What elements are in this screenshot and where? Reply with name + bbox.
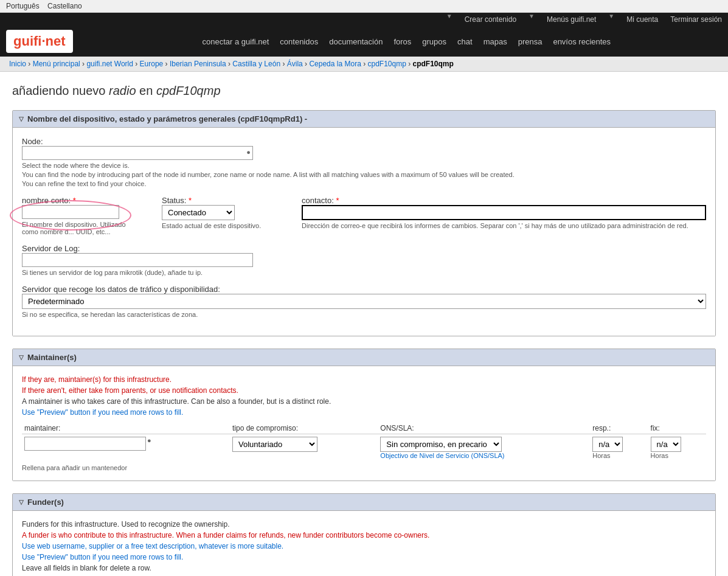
- tipo-select-cell: Voluntariado Profesional: [230, 434, 378, 462]
- contacto-input[interactable]: [302, 205, 706, 220]
- contacto-label: contacto: *: [302, 196, 339, 205]
- breadcrumb-cpdf10qmp[interactable]: cpdF10qmp: [367, 60, 406, 68]
- nombre-label: nombre corto: *: [22, 196, 76, 205]
- traffic-help: Si no se especifica, se heredan las cara…: [22, 311, 706, 318]
- col-resp-header: resp.:: [590, 423, 648, 434]
- funder-info3: Use web username, supplier or a free tex…: [22, 542, 706, 550]
- breadcrumb-current: cpdF10qmp: [413, 60, 454, 68]
- breadcrumb-menu[interactable]: Menú principal: [33, 60, 80, 68]
- maintainer-info4: Use "Preview" button if you need more ro…: [22, 408, 706, 417]
- section-maintainer-header: ▽ Maintainer(s): [13, 349, 715, 366]
- section-funder-body: Funders for this infrastructure. Used to…: [13, 511, 715, 576]
- ons-select-cell: Sin compromiso, en precario Garantizado …: [378, 434, 590, 462]
- maintainer-input[interactable]: [24, 437, 146, 451]
- resp-horas-label: Horas: [592, 452, 645, 459]
- main-nav: conectar a guifi.net contenidos document…: [91, 37, 722, 46]
- nav-foros[interactable]: foros: [393, 37, 411, 46]
- section-device-header: ▽ Nombre del dispositivo, estado y parám…: [13, 111, 715, 128]
- crear-contenido-link[interactable]: Crear contenido: [465, 15, 516, 24]
- nav-mapas[interactable]: mapas: [484, 37, 507, 46]
- header: ▼ Crear contenido ▼ Menús guifi.net ▼ Mi…: [0, 13, 728, 57]
- col-ons-header: ONS/SLA:: [378, 423, 590, 434]
- page-title: añadiendo nuevo radio en cpdF10qmp: [12, 84, 716, 98]
- fix-select-cell: n/a 1h Horas: [648, 434, 706, 462]
- contacto-help: Dirección de correo-e que recibirá los i…: [302, 222, 706, 229]
- ons-select[interactable]: Sin compromiso, en precario Garantizado: [380, 437, 502, 452]
- maintainer-info1: If they are, maintainer(s) for this infr…: [22, 375, 706, 384]
- node-label: Node:: [22, 137, 43, 146]
- node-help1: Select the node where the device is.: [22, 162, 706, 169]
- breadcrumb-iberian[interactable]: Iberian Peninsula: [170, 60, 226, 68]
- traffic-server-field: Servidor que recoge los datos de tráfico…: [22, 285, 706, 318]
- resp-select[interactable]: n/a 1h 4h: [592, 437, 623, 452]
- collapse-funder-icon[interactable]: ▽: [19, 499, 24, 505]
- nav-grupos[interactable]: grupos: [422, 37, 446, 46]
- breadcrumb-europe[interactable]: Europe: [140, 60, 164, 68]
- section-funder-header: ▽ Funder(s): [13, 494, 715, 511]
- header-admin-links: ▼ Crear contenido ▼ Menús guifi.net ▼ Mi…: [0, 13, 728, 26]
- section-device-body: Node: 129487-cpd, cpdF10qmp ● Select the…: [13, 128, 715, 336]
- funder-info5: Leave all fields in blank for delete a r…: [22, 564, 706, 572]
- contacto-required: *: [336, 196, 339, 205]
- nav-chat[interactable]: chat: [457, 37, 473, 46]
- funder-info1: Funders for this infrastructure. Used to…: [22, 520, 706, 529]
- section-device: ▽ Nombre del dispositivo, estado y parám…: [12, 110, 716, 336]
- nombre-required: *: [73, 196, 76, 205]
- nav-conectar[interactable]: conectar a guifi.net: [202, 37, 269, 46]
- mi-cuenta-link[interactable]: Mi cuenta: [626, 15, 658, 24]
- breadcrumb-cepeda[interactable]: Cepeda la Mora: [309, 60, 361, 68]
- nombre-col: nombre corto: * cpd-Fe10-qmp El nombre d…: [22, 196, 144, 235]
- language-bar: Português Castellano: [0, 0, 728, 13]
- collapse-maintainer-icon[interactable]: ▽: [19, 354, 24, 361]
- status-select[interactable]: Conectado Desconectado Planificado: [162, 205, 235, 220]
- status-required: *: [189, 196, 192, 205]
- breadcrumb-castilla[interactable]: Castilla y León: [232, 60, 280, 68]
- node-help2: You can find the node by introducing par…: [22, 171, 706, 178]
- nav-envios[interactable]: envíos recientes: [553, 37, 611, 46]
- maintainer-info3: A maintainer is who takes care of this i…: [22, 397, 706, 406]
- lang-castellano[interactable]: Castellano: [47, 2, 82, 10]
- ons-sublabel: Objectivo de Nivel de Servicio (ONS/SLA): [380, 452, 588, 459]
- menus-link[interactable]: Menús guifi.net: [547, 15, 596, 24]
- header-nav-row: guifi·net conectar a guifi.net contenido…: [0, 26, 728, 57]
- status-col: Status: * Conectado Desconectado Planifi…: [162, 196, 283, 229]
- section-funder: ▽ Funder(s) Funders for this infrastruct…: [12, 493, 716, 576]
- status-label: Status: *: [162, 196, 192, 205]
- collapse-icon[interactable]: ▽: [19, 116, 24, 122]
- nombre-wrapper: cpd-Fe10-qmp: [22, 205, 119, 219]
- node-input[interactable]: 129487-cpd, cpdF10qmp: [22, 146, 253, 160]
- log-server-input[interactable]: [22, 253, 253, 267]
- nombre-help: El nombre del dispositivo. Utilizado com…: [22, 221, 144, 235]
- resp-select-cell: n/a 1h 4h Horas: [590, 434, 648, 462]
- funder-info4: Use "Preview" button if you need more ro…: [22, 553, 706, 561]
- logo[interactable]: guifi·net: [6, 30, 73, 53]
- logo-text: guifi·net: [13, 33, 66, 49]
- col-maintainer-header: maintainer:: [22, 423, 230, 434]
- nav-documentacion[interactable]: documentación: [329, 37, 383, 46]
- maintainer-table: maintainer: tipo de compromiso: ONS/SLA:…: [22, 423, 706, 462]
- section-maintainer: ▽ Maintainer(s) If they are, maintainer(…: [12, 349, 716, 481]
- col-tipo-header: tipo de compromiso:: [230, 423, 378, 434]
- status-help: Estado actual de este dispositivo.: [162, 222, 283, 229]
- maintainer-fill-help: Rellena para añadir un mantenedor: [22, 464, 706, 471]
- tipo-select[interactable]: Voluntariado Profesional: [232, 437, 317, 452]
- breadcrumb: Inicio › Menú principal › guifi.net Worl…: [0, 57, 728, 72]
- traffic-server-select[interactable]: Predeterminado: [22, 294, 706, 309]
- maintainer-input-cell: ●: [22, 434, 230, 462]
- fix-select[interactable]: n/a 1h: [651, 437, 681, 452]
- lang-portuguese[interactable]: Português: [6, 2, 40, 10]
- breadcrumb-world[interactable]: guifi.net World: [86, 60, 133, 68]
- breadcrumb-inicio[interactable]: Inicio: [9, 60, 26, 68]
- section-maintainer-body: If they are, maintainer(s) for this infr…: [13, 366, 715, 481]
- maintainer-info2: If there aren't, either take from parent…: [22, 386, 706, 395]
- terminar-sesion-link[interactable]: Terminar sesión: [670, 15, 722, 24]
- node-help3: You can refine the text to find your cho…: [22, 180, 706, 187]
- breadcrumb-avila[interactable]: Ávila: [287, 60, 303, 68]
- nav-contenidos[interactable]: contenidos: [280, 37, 318, 46]
- contacto-col: contacto: * Dirección de correo-e que re…: [302, 196, 706, 229]
- node-field: Node: 129487-cpd, cpdF10qmp ● Select the…: [22, 137, 706, 187]
- nav-prensa[interactable]: prensa: [518, 37, 543, 46]
- fix-horas-label: Horas: [651, 452, 704, 459]
- nombre-input[interactable]: cpd-Fe10-qmp: [22, 205, 119, 219]
- traffic-label: Servidor que recoge los datos de tráfico…: [22, 285, 220, 294]
